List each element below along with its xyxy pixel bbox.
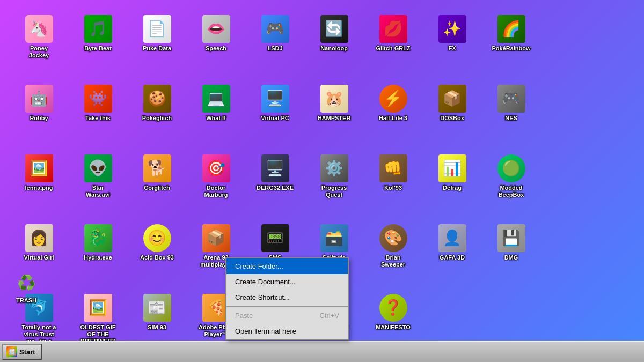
context-menu-item-create-shortcut[interactable]: Create Shortcut... [226,290,348,305]
trash-icon[interactable]: ♻️ TRASH [8,265,45,308]
icon-img-manifesto: ❓ [379,294,407,322]
icon-modded-beepbox[interactable]: 🟢Modded BeepBox [483,150,539,220]
start-icon: 🪟 [6,346,17,357]
icon-brian-sweeper[interactable]: 🎨Brian Sweeper [365,220,421,290]
icon-label-pokeglitch: Pokéglitch [142,115,172,122]
icon-pokeglitch[interactable]: 🍪Pokéglitch [129,80,185,150]
icon-acid-box-93[interactable]: 😊Acid Box 93 [129,220,185,290]
icon-kof93[interactable]: 👊Kof'93 [365,150,421,220]
icon-label-poke-rainbow: PokéRainbow [492,45,530,52]
context-menu-item-open-terminal[interactable]: Open Terminal here [226,323,348,339]
icon-glitch-grlz[interactable]: 💋Glitch GRLZ [365,11,421,80]
icon-defrag[interactable]: 📊Defrag [424,150,480,220]
icon-img-sms: 📟 [261,224,289,252]
icon-img-nes: 🎮 [497,85,525,113]
context-menu: Create Folder...Create Document...Create… [225,257,349,340]
icon-img-doctor-marburg: 🎯 [202,154,230,182]
icon-img-defrag: 📊 [438,154,466,182]
icon-label-kof93: Kof'93 [384,184,402,191]
icon-label-half-life-3: Half-Life 3 [379,115,407,122]
icon-virtual-pc[interactable]: 🖥️Virtual PC [247,80,303,150]
icon-label-byte-beat: Byte Beat [84,45,112,52]
context-menu-shortcut-paste: Ctrl+V [320,312,339,320]
start-button[interactable]: 🪟 Start [2,344,42,360]
icon-img-corglitch: 🐕 [143,154,171,182]
icon-label-lsdj: LSDJ [267,45,282,52]
icon-label-doctor-marburg: Doctor Marburg [204,184,228,198]
icon-label-what-if: What If [206,115,226,122]
icon-img-sim-93: 📰 [143,294,171,322]
icon-img-byte-beat: 🎵 [84,15,112,43]
icon-img-hydra-exe: 🐉 [84,224,112,252]
icon-lenna-png[interactable]: 🖼️lenna.png [11,150,67,220]
icon-img-poke-rainbow: 🌈 [497,15,525,43]
icon-nes[interactable]: 🎮NES [483,80,539,150]
icon-lsdj[interactable]: 🎮LSDJ [247,11,303,80]
icon-hydra-exe[interactable]: 🐉Hydra.exe [70,220,126,290]
icon-img-poney-jockey: 🦄 [25,15,53,43]
icon-label-manifesto: MANIFESTO [376,324,411,331]
icon-label-poney-jockey: Poney Jockey [29,45,49,59]
icon-label-hampster: HAMPSTER [318,115,351,122]
icon-img-lsdj: 🎮 [261,15,289,43]
icon-img-puke-data: 📄 [143,15,171,43]
icon-dmg[interactable]: 💾DMG [483,220,539,290]
icon-dosbox[interactable]: 📦DOSBox [424,80,480,150]
icon-img-glitch-grlz: 💋 [379,15,407,43]
icon-label-glitch-grlz: Glitch GRLZ [376,45,410,52]
icon-img-half-life-3: ⚡ [379,85,407,113]
icon-speech[interactable]: 👄Speech [188,11,244,80]
icon-label-acid-box-93: Acid Box 93 [140,254,174,261]
icon-label-dmg: DMG [504,254,518,261]
icon-img-what-if: 💻 [202,85,230,113]
icon-take-this[interactable]: 👾Take this [70,80,126,150]
icon-img-star-wars: 👽 [84,154,112,182]
context-menu-item-paste: PasteCtrl+V [226,308,348,323]
start-label: Start [19,348,35,356]
context-menu-item-create-folder[interactable]: Create Folder... [226,258,348,274]
icon-poke-rainbow[interactable]: 🌈PokéRainbow [483,11,539,80]
icon-label-fx: FX [448,45,456,52]
icon-what-if[interactable]: 💻What If [188,80,244,150]
icon-progress-quest[interactable]: ⚙️Progress Quest [306,150,362,220]
icon-img-hampster: 🐹 [320,85,348,113]
context-menu-item-create-document[interactable]: Create Document... [226,274,348,290]
icon-label-virtual-pc: Virtual PC [261,115,289,122]
icon-label-dosbox: DOSBox [440,115,464,122]
icon-img-dmg: 💾 [497,224,525,252]
icon-img-virtual-pc: 🖥️ [261,85,289,113]
icon-img-oldest-gif: 🖼️ [84,294,112,322]
icon-puke-data[interactable]: 📄Puke Data [129,11,185,80]
icon-byte-beat[interactable]: 🎵Byte Beat [70,11,126,80]
icon-img-arena-93: 📦 [202,224,230,252]
icon-half-life-3[interactable]: ⚡Half-Life 3 [365,80,421,150]
icon-label-lenna-png: lenna.png [25,184,53,191]
icon-poney-jockey[interactable]: 🦄Poney Jockey [11,11,67,80]
icon-corglitch[interactable]: 🐕Corglitch [129,150,185,220]
icon-img-virtual-girl: 👩 [25,224,53,252]
icon-nanoloop[interactable]: 🔄Nanoloop [306,11,362,80]
desktop: 🦄Poney Jockey🎵Byte Beat📄Puke Data👄Speech… [0,0,644,341]
icon-img-dosbox: 📦 [438,85,466,113]
icon-hampster[interactable]: 🐹HAMPSTER [306,80,362,150]
icon-label-star-wars: Star Wars.avi [86,184,110,198]
icon-star-wars[interactable]: 👽Star Wars.avi [70,150,126,220]
icon-img-robby: 🤖 [25,85,53,113]
icon-img-take-this: 👾 [84,85,112,113]
context-menu-separator [226,306,348,307]
icon-doctor-marburg[interactable]: 🎯Doctor Marburg [188,150,244,220]
icon-label-modded-beepbox: Modded BeepBox [499,184,524,198]
icon-label-nes: NES [505,115,517,122]
icon-img-gafa-3d: 👤 [438,224,466,252]
icon-robby[interactable]: 🤖Robby [11,80,67,150]
icon-gafa-3d[interactable]: 👤GAFA 3D [424,220,480,290]
icon-fx[interactable]: ✨FX [424,11,480,80]
icon-label-progress-quest: Progress Quest [321,184,347,198]
icon-label-nanoloop: Nanoloop [320,45,348,52]
icon-img-nanoloop: 🔄 [320,15,348,43]
icon-label-puke-data: Puke Data [143,45,171,52]
icon-label-corglitch: Corglitch [144,184,170,191]
icon-derg32-exe[interactable]: 🖥️DERG32.EXE [247,150,303,220]
icon-label-brian-sweeper: Brian Sweeper [381,254,405,268]
taskbar: 🪟 Start [0,341,644,362]
